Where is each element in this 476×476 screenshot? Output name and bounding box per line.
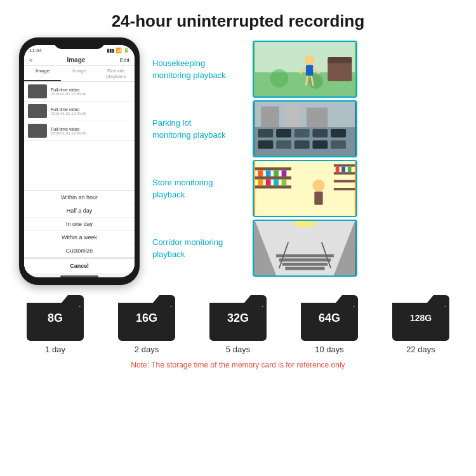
svg-rect-36 [282,170,287,176]
image-parking [253,100,357,157]
phone-nav-title: Image [67,56,85,63]
storage-item-32g: 32G ▪ 5 days [209,295,267,354]
phone-home-bar [60,275,98,277]
thumb-1 [28,84,47,98]
list-item: Full-time video 2019-01-01 13:40:08 [24,121,135,141]
svg-rect-26 [285,105,300,127]
storage-cards: 8G ▪ 1 day 16G ▪ 2 days 32G ▪ [10,295,466,354]
svg-rect-11 [327,57,352,63]
list-date-1: 2019-01-01 15:08:06 [51,92,86,96]
sd-dot-32g: ▪ [262,304,263,308]
svg-rect-39 [274,180,279,186]
svg-rect-49 [348,167,352,173]
svg-rect-55 [279,258,331,261]
phone-mockup: 11:44 ▮▮▮ 📶 🔋 < Image Edit Image Image R… [13,37,146,285]
sd-size-32g: 32G [227,312,249,325]
corridor-photo [254,221,356,275]
dropdown-item-4[interactable]: Within a week [24,231,135,244]
storage-days-128g: 22 days [406,345,435,354]
sd-dot-64g: ▪ [354,304,355,308]
thumb-3 [28,124,47,138]
thumb-2 [28,104,47,118]
svg-rect-54 [276,255,334,258]
phone-notch [54,37,105,49]
phone-cancel-button[interactable]: Cancel [24,258,135,273]
store-photo [254,161,356,216]
phone-tab-image2[interactable]: Image [61,66,98,81]
phone-time: 11:44 [29,48,42,53]
svg-rect-23 [331,140,346,149]
sd-dot-128g: ▪ [445,304,446,308]
svg-point-60 [293,221,317,227]
sd-size-128g: 128G [410,313,432,323]
svg-rect-18 [331,129,346,137]
phone-edit[interactable]: Edit [119,57,129,63]
svg-rect-17 [312,129,327,137]
svg-rect-33 [258,170,263,176]
phone-tab-remote[interactable]: Remote playback [98,66,135,81]
sd-card-128g: 128G ▪ [392,295,449,341]
dropdown-item-3[interactable]: In one day [24,218,135,231]
label-housekeeping: Housekeepingmonitoring playback [152,57,248,81]
dropdown-item-2[interactable]: Half a day [24,204,135,218]
svg-rect-15 [276,129,291,137]
svg-rect-21 [294,140,310,149]
svg-rect-43 [334,164,355,167]
svg-rect-10 [327,60,352,81]
storage-note: Note: The storage time of the memory car… [10,358,466,372]
dropdown-item-1[interactable]: Within an hour [24,191,135,204]
phone-body: 11:44 ▮▮▮ 📶 🔋 < Image Edit Image Image R… [19,37,140,285]
svg-rect-22 [312,140,327,149]
svg-rect-56 [282,263,328,266]
phone-back[interactable]: < [29,57,32,63]
page-title: 24-hour uninterrupted recording [0,11,476,31]
storage-item-128g: 128G ▪ 22 days [392,295,449,354]
sd-card-32g: 32G ▪ [209,295,267,341]
sd-card-64g: 64G ▪ [301,295,358,341]
sd-card-8g: 8G ▪ [27,295,84,341]
svg-rect-48 [341,167,345,173]
svg-rect-37 [258,180,263,186]
sd-card-16g: 16G ▪ [118,295,175,341]
svg-rect-44 [334,172,355,175]
monitoring-row-1: Housekeepingmonitoring playback [152,41,463,98]
storage-section: 8G ▪ 1 day 16G ▪ 2 days 32G ▪ [0,285,476,372]
svg-rect-42 [314,192,322,205]
image-store [253,160,357,217]
sd-size-8g: 8G [48,312,63,325]
svg-rect-28 [334,105,351,127]
svg-rect-32 [255,185,291,188]
list-title-2: Full-time video [51,107,86,112]
storage-days-8g: 1 day [45,345,65,354]
phone-tabs: Image Image Remote playback [24,66,135,82]
monitoring-row-2: Parking lotmonitoring playback [152,100,463,157]
list-date-3: 2019-01-01 13:40:08 [51,131,86,135]
svg-rect-14 [258,129,273,137]
storage-item-64g: 64G ▪ 10 days [301,295,358,354]
storage-item-16g: 16G ▪ 2 days [118,295,175,354]
svg-rect-16 [294,129,310,137]
svg-rect-38 [266,180,271,186]
sd-size-16g: 16G [136,312,157,325]
svg-rect-46 [334,188,355,190]
svg-rect-35 [274,170,279,176]
image-housekeeping [253,41,357,98]
phone-dropdown: Within an hour Half a day In one day Wit… [24,190,135,273]
phone-nav-bar: < Image Edit [24,55,135,66]
svg-rect-20 [276,140,291,149]
list-item: Full-time video 2019-01-01 15:08:06 [24,82,135,102]
dropdown-item-5[interactable]: Customize [24,244,135,258]
sd-dot-16g: ▪ [171,304,172,308]
svg-point-41 [312,180,324,192]
monitoring-row-3: Store monitoringplayback [152,160,463,217]
right-section: Housekeepingmonitoring playback [152,37,463,285]
storage-days-64g: 10 days [315,345,344,354]
list-title-1: Full-time video [51,88,86,92]
storage-item-8g: 8G ▪ 1 day [27,295,84,354]
list-title-3: Full-time video [51,127,86,131]
phone-tab-image[interactable]: Image [24,66,61,81]
storage-days-16g: 2 days [135,345,159,354]
sd-dot-8g: ▪ [79,304,81,308]
list-item: Full-time video 2019-01-01 13:45:06 [24,102,135,121]
svg-rect-57 [285,267,324,270]
